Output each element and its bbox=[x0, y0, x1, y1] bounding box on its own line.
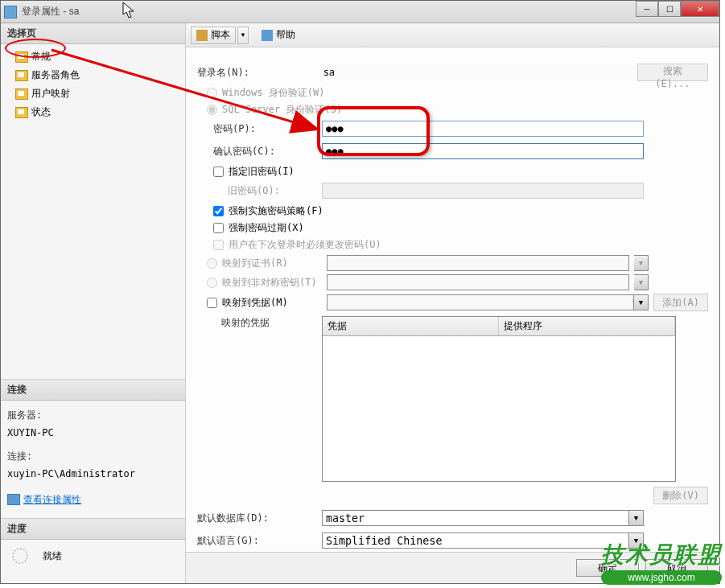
default-lang-label: 默认语言(G): bbox=[197, 534, 322, 548]
connection-header: 连接 bbox=[1, 380, 185, 401]
remove-cred-button[interactable]: 删除(V) bbox=[653, 487, 708, 504]
maximize-button[interactable]: ☐ bbox=[658, 1, 681, 17]
chevron-down-icon: ▼ bbox=[634, 274, 649, 290]
password-label: 密码(P): bbox=[197, 122, 322, 136]
server-label: 服务器: bbox=[7, 407, 179, 425]
close-button[interactable]: ✕ bbox=[681, 1, 719, 17]
help-icon bbox=[262, 30, 273, 41]
view-connection-properties-link[interactable]: 查看连接属性 bbox=[7, 491, 81, 509]
toolbar: 脚本 ▼ 帮助 bbox=[186, 23, 719, 47]
server-value: XUYIN-PC bbox=[7, 425, 179, 442]
windows-auth-radio-row: Windows 身份验证(W) bbox=[207, 86, 708, 100]
must-change-checkbox bbox=[213, 240, 224, 250]
enforce-expire-check[interactable]: 强制密码过期(X) bbox=[213, 221, 708, 235]
confirm-password-input[interactable] bbox=[322, 143, 644, 159]
sidebar-item-server-roles[interactable]: 服务器角色 bbox=[1, 66, 185, 84]
main-panel: 脚本 ▼ 帮助 登录名(N): 搜索(E)... Windows 身份验证(W) bbox=[186, 23, 719, 583]
specify-old-password-check[interactable]: 指定旧密码(I) bbox=[213, 165, 708, 179]
map-cert-radio bbox=[207, 258, 217, 269]
map-key-radio bbox=[207, 278, 217, 288]
page-icon bbox=[15, 107, 28, 118]
sidebar-item-label: 服务器角色 bbox=[31, 68, 80, 82]
cred-combo[interactable] bbox=[327, 294, 634, 310]
map-cred-label: 映射到凭据(M) bbox=[222, 296, 327, 310]
old-password-input bbox=[322, 183, 644, 199]
search-button[interactable]: 搜索(E)... bbox=[637, 64, 708, 81]
minimize-button[interactable]: ─ bbox=[636, 1, 658, 17]
sidebar-item-label: 状态 bbox=[31, 105, 51, 119]
progress-header: 进度 bbox=[1, 519, 185, 540]
chevron-down-icon[interactable]: ▼ bbox=[629, 510, 644, 526]
progress-status: 就绪 bbox=[43, 549, 62, 563]
script-button[interactable]: 脚本 bbox=[191, 27, 236, 44]
windows-auth-radio bbox=[207, 88, 217, 98]
sidebar-item-general[interactable]: 常规 bbox=[1, 47, 185, 66]
must-change-check: 用户在下次登录时必须更改密码(U) bbox=[213, 238, 708, 252]
add-cred-button[interactable]: 添加(A) bbox=[653, 294, 708, 311]
ok-button[interactable]: 确定 bbox=[576, 559, 639, 577]
col-provider: 提供程序 bbox=[499, 317, 675, 335]
chevron-down-icon[interactable]: ▼ bbox=[629, 532, 644, 549]
enforce-policy-check[interactable]: 强制实施密码策略(F) bbox=[213, 204, 708, 218]
link-icon bbox=[7, 494, 20, 505]
page-icon bbox=[15, 51, 28, 63]
sidebar: 选择页 常规 服务器角色 用户映射 状态 连接 服务器: XUYIN-PC 连接… bbox=[1, 23, 186, 583]
map-cert-row: 映射到证书(R) ▼ bbox=[207, 255, 708, 271]
login-properties-window: 登录属性 - sa ─ ☐ ✕ 选择页 常规 服务器角色 用户映射 状态 连接 … bbox=[0, 0, 720, 584]
cert-combo bbox=[327, 255, 629, 271]
page-icon bbox=[15, 70, 28, 81]
enforce-policy-checkbox[interactable] bbox=[213, 206, 224, 216]
default-db-combo[interactable] bbox=[322, 510, 629, 526]
login-name-label: 登录名(N): bbox=[197, 66, 320, 80]
sql-auth-radio bbox=[207, 105, 217, 115]
window-icon bbox=[4, 6, 17, 19]
map-cred-checkbox[interactable] bbox=[207, 298, 217, 308]
map-key-row: 映射到非对称密钥(T) ▼ bbox=[207, 274, 708, 290]
key-combo bbox=[327, 274, 629, 290]
col-credential: 凭据 bbox=[323, 317, 499, 335]
dialog-buttons: 确定 取消 bbox=[186, 552, 719, 583]
page-list: 常规 服务器角色 用户映射 状态 bbox=[1, 44, 185, 125]
select-page-header: 选择页 bbox=[1, 23, 185, 44]
sidebar-item-user-mapping[interactable]: 用户映射 bbox=[1, 84, 185, 103]
credentials-table: 凭据 提供程序 bbox=[322, 316, 676, 482]
window-title: 登录属性 - sa bbox=[22, 5, 79, 19]
sidebar-item-label: 用户映射 bbox=[31, 87, 70, 101]
credentials-body bbox=[323, 336, 675, 481]
progress-spinner-icon bbox=[12, 548, 28, 564]
chevron-down-icon[interactable]: ▼ bbox=[634, 294, 649, 310]
sidebar-item-status[interactable]: 状态 bbox=[1, 103, 185, 121]
chevron-down-icon: ▼ bbox=[634, 255, 649, 271]
cancel-button[interactable]: 取消 bbox=[645, 559, 708, 577]
password-input[interactable] bbox=[322, 121, 644, 137]
help-button[interactable]: 帮助 bbox=[257, 27, 300, 44]
login-name-input[interactable] bbox=[320, 64, 637, 80]
sidebar-item-label: 常规 bbox=[31, 50, 51, 64]
titlebar[interactable]: 登录属性 - sa ─ ☐ ✕ bbox=[1, 1, 719, 23]
default-lang-combo[interactable] bbox=[322, 532, 629, 549]
connection-value: xuyin-PC\Administrator bbox=[7, 466, 179, 483]
specify-old-checkbox[interactable] bbox=[213, 167, 224, 177]
sql-auth-radio-row: SQL Server 身份验证(S) bbox=[207, 103, 708, 117]
mapped-creds-label: 映射的凭据 bbox=[197, 316, 322, 330]
script-icon bbox=[196, 30, 208, 41]
default-db-label: 默认数据库(D): bbox=[197, 512, 322, 525]
page-icon bbox=[15, 88, 28, 100]
form-area: 登录名(N): 搜索(E)... Windows 身份验证(W) SQL Ser… bbox=[186, 47, 719, 552]
confirm-password-label: 确认密码(C): bbox=[197, 145, 322, 158]
script-dropdown[interactable]: ▼ bbox=[237, 27, 249, 44]
connection-body: 服务器: XUYIN-PC 连接: xuyin-PC\Administrator… bbox=[1, 401, 185, 518]
enforce-expire-checkbox[interactable] bbox=[213, 223, 224, 233]
old-password-label: 旧密码(O): bbox=[197, 184, 322, 198]
connection-label: 连接: bbox=[7, 448, 179, 466]
